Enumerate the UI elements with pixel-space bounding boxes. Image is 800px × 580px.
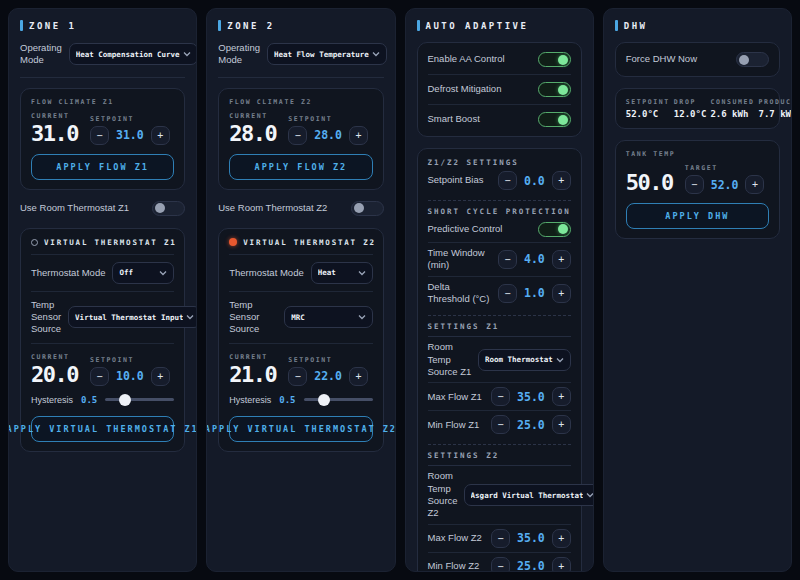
toggle-knob — [558, 224, 568, 234]
apply-flow-z2-button[interactable]: APPLY FLOW Z2 — [229, 154, 372, 180]
slider-thumb[interactable] — [318, 394, 330, 406]
thermostat-mode-label: Thermostat Mode — [31, 267, 105, 279]
increment-button[interactable]: + — [552, 250, 571, 269]
setpoint-bias-value: 0.0 — [524, 174, 545, 188]
decrement-button[interactable]: − — [498, 284, 517, 303]
min-flow-z1-row: Min Flow Z1 − 25.0 + — [428, 411, 571, 438]
apply-dhw-button[interactable]: APPLY DHW — [626, 203, 769, 229]
current-block: CURRENT 20.0 — [31, 353, 78, 386]
stat-label: CONSUMED — [710, 98, 754, 106]
decrement-button[interactable]: − — [491, 387, 510, 406]
zone2-thermostat-mode-select[interactable]: Heat — [311, 262, 373, 284]
decrement-button[interactable]: − — [288, 367, 307, 386]
chevron-down-icon — [586, 492, 593, 498]
increment-button[interactable]: + — [151, 126, 170, 145]
increment-button[interactable]: + — [552, 284, 571, 303]
decrement-button[interactable]: − — [498, 171, 517, 190]
increment-button[interactable]: + — [552, 415, 571, 434]
vt-header: VIRTUAL THERMOSTAT Z1 — [31, 238, 174, 255]
zone1-use-room-thermostat-row: Use Room Thermostat Z1 — [20, 201, 185, 216]
vt-header: VIRTUAL THERMOSTAT Z2 — [229, 238, 372, 255]
room-temp-source-z2-select[interactable]: Asgard Virtual Thermostat — [464, 484, 594, 506]
decrement-button[interactable]: − — [491, 557, 510, 572]
decrement-button[interactable]: − — [491, 415, 510, 434]
defrost-toggle[interactable] — [538, 82, 571, 97]
use-room-thermostat-label: Use Room Thermostat Z1 — [20, 202, 129, 214]
predictive-control-row: Predictive Control — [428, 216, 571, 243]
time-window-row: Time Window (min) − 4.0 + — [428, 243, 571, 277]
zone1-vt-values: CURRENT 20.0 SETPOINT − 10.0 + — [31, 353, 174, 386]
apply-virtual-thermostat-z2-button[interactable]: APPLY VIRTUAL THERMOSTAT Z2 — [229, 416, 372, 442]
increment-button[interactable]: + — [552, 171, 571, 190]
increment-button[interactable]: + — [552, 387, 571, 406]
decrement-button[interactable]: − — [90, 367, 109, 386]
zone1-title: ZONE 1 — [29, 21, 77, 31]
stat-setpoint: SETPOINT 52.0°C — [626, 98, 670, 119]
enable-aa-toggle[interactable] — [538, 52, 571, 67]
smart-boost-toggle[interactable] — [538, 112, 571, 127]
decrement-button[interactable]: − — [498, 250, 517, 269]
aa-settings-card: Z1/Z2 SETTINGS Setpoint Bias − 0.0 + SHO… — [417, 148, 582, 572]
zone2-flow-card: FLOW CLIMATE Z2 CURRENT 28.0 SETPOINT − … — [218, 88, 383, 190]
apply-virtual-thermostat-z1-button[interactable]: APPLY VIRTUAL THERMOSTAT Z1 — [31, 416, 174, 442]
auto-adaptive-title: AUTO ADAPTIVE — [426, 21, 529, 31]
increment-button[interactable]: + — [552, 557, 571, 572]
zone1-flow-card: FLOW CLIMATE Z1 CURRENT 31.0 SETPOINT − … — [20, 88, 185, 190]
accent-bar — [20, 20, 23, 31]
enable-aa-label: Enable AA Control — [428, 53, 505, 65]
stat-consumed: CONSUMED 2.6 kWh — [710, 98, 754, 119]
divider — [20, 77, 185, 78]
current-label: CURRENT — [31, 353, 78, 361]
flow-card-title: FLOW CLIMATE Z1 — [31, 98, 174, 106]
stat-label: DROP — [674, 98, 707, 106]
zone1-panel: ZONE 1 Operating Mode Heat Compensation … — [8, 8, 197, 572]
stat-value: 2.6 kWh — [710, 109, 754, 119]
zone1-flow-values: CURRENT 31.0 SETPOINT − 31.0 + — [31, 112, 174, 145]
zone2-operating-mode-select[interactable]: Heat Flow Temperature — [267, 43, 387, 65]
room-temp-source-z1-select[interactable]: Room Thermostat — [478, 349, 571, 371]
zone2-temp-sensor-select[interactable]: MRC — [284, 306, 372, 328]
status-circle-on-icon — [229, 238, 237, 246]
zone2-flow-setpoint-stepper: − 28.0 + — [288, 126, 368, 145]
increment-button[interactable]: + — [552, 529, 571, 548]
increment-button[interactable]: + — [349, 126, 368, 145]
tank-current-block: 50.0 — [626, 172, 673, 194]
decrement-button[interactable]: − — [288, 126, 307, 145]
apply-flow-z1-button[interactable]: APPLY FLOW Z1 — [31, 154, 174, 180]
increment-button[interactable]: + — [349, 367, 368, 386]
dhw-header: DHW — [615, 20, 780, 31]
zone1-hysteresis-slider[interactable] — [105, 398, 174, 401]
min-flow-z2-row: Min Flow Z2 − 25.0 + — [428, 553, 571, 572]
increment-button[interactable]: + — [745, 175, 764, 194]
slider-thumb[interactable] — [119, 394, 131, 406]
zone2-vt-sensor-row: Temp Sensor Source MRC — [229, 292, 372, 344]
time-window-value: 4.0 — [524, 252, 545, 266]
increment-button[interactable]: + — [151, 367, 170, 386]
divider — [218, 77, 383, 78]
operating-mode-value: Heat Compensation Curve — [76, 50, 180, 59]
settings-z2-header: SETTINGS Z2 — [428, 451, 571, 466]
zone1-temp-sensor-select[interactable]: Virtual Thermostat Input — [68, 306, 197, 328]
stat-value: 12.0°C — [674, 109, 707, 119]
decrement-button[interactable]: − — [90, 126, 109, 145]
force-dhw-toggle[interactable] — [736, 52, 769, 67]
target-label: TARGET — [685, 164, 765, 172]
zone2-use-room-thermostat-toggle[interactable] — [351, 201, 384, 216]
status-circle-off-icon — [31, 239, 38, 246]
current-block: CURRENT 21.0 — [229, 353, 276, 386]
zone2-hysteresis-slider[interactable] — [304, 398, 373, 401]
zone1-vt-sensor-row: Temp Sensor Source Virtual Thermostat In… — [31, 292, 174, 344]
accent-bar — [417, 20, 420, 31]
zone1-hysteresis-value: 0.5 — [81, 395, 97, 405]
predictive-control-toggle[interactable] — [538, 222, 571, 237]
zone1-use-room-thermostat-toggle[interactable] — [152, 201, 185, 216]
decrement-button[interactable]: − — [491, 529, 510, 548]
decrement-button[interactable]: − — [685, 175, 704, 194]
room-temp-source-z2-row: Room Temp Source Z2 Asgard Virtual Therm… — [428, 466, 571, 524]
zone1-vt-current-value: 20.0 — [31, 364, 78, 386]
zone1-thermostat-mode-select[interactable]: Off — [112, 262, 174, 284]
stat-label: SETPOINT — [626, 98, 670, 106]
zone1-operating-mode-select[interactable]: Heat Compensation Curve — [69, 43, 198, 65]
stat-drop: DROP 12.0°C — [674, 98, 707, 119]
delta-threshold-stepper: − 1.0 + — [498, 284, 571, 303]
